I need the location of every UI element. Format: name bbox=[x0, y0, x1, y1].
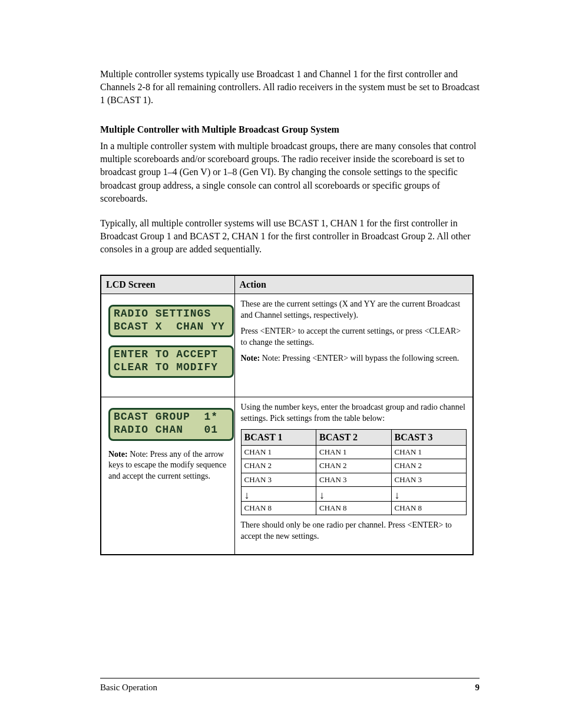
inner-cell: CHAN 1 bbox=[241, 446, 316, 459]
table-header-row: LCD Screen Action bbox=[101, 275, 473, 294]
table-header-lcd: LCD Screen bbox=[101, 275, 234, 294]
action-cell-2: Using the number keys, enter the broadca… bbox=[234, 397, 473, 555]
paragraph-3: Typically, all multiple controller syste… bbox=[100, 217, 480, 256]
inner-row-arrows: ↓ ↓ ↓ bbox=[241, 486, 467, 501]
inner-cell: CHAN 2 bbox=[316, 459, 392, 473]
inner-cell: CHAN 8 bbox=[391, 501, 467, 515]
down-arrow-icon: ↓ bbox=[316, 486, 392, 501]
action-text: These are the current settings (X and YY… bbox=[241, 299, 467, 321]
action-cell-1: These are the current settings (X and YY… bbox=[234, 294, 473, 397]
page: Multiple controller systems typically us… bbox=[0, 0, 562, 728]
action-text: Using the number keys, enter the broadca… bbox=[241, 402, 467, 424]
bcast-chan-example-table: BCAST 1 BCAST 2 BCAST 3 CHAN 1 CHAN 1 CH… bbox=[241, 429, 467, 515]
inner-header-row: BCAST 1 BCAST 2 BCAST 3 bbox=[241, 430, 467, 446]
footer-rule bbox=[100, 678, 480, 678]
paragraph-2: In a multiple controller system with mul… bbox=[100, 140, 480, 205]
table-header-action: Action bbox=[234, 275, 473, 294]
lcd-display-radio-settings: RADIO SETTINGS BCAST X CHAN YY bbox=[108, 305, 234, 337]
lcd-cell-2: BCAST GROUP 1* RADIO CHAN 01 Note: Note:… bbox=[101, 397, 234, 555]
inner-cell: CHAN 3 bbox=[316, 473, 392, 486]
lcd-display-bcast-group: BCAST GROUP 1* RADIO CHAN 01 bbox=[108, 408, 234, 440]
action-text: There should only be one radio per chann… bbox=[241, 520, 467, 542]
table-row: BCAST GROUP 1* RADIO CHAN 01 Note: Note:… bbox=[101, 397, 473, 555]
inner-cell: CHAN 2 bbox=[391, 459, 467, 473]
down-arrow-icon: ↓ bbox=[391, 486, 467, 501]
inner-header: BCAST 2 bbox=[316, 430, 392, 446]
footer-page-number: 9 bbox=[475, 683, 480, 693]
lcd-note: Note: Note: Press any of the arrow keys … bbox=[108, 449, 227, 483]
lcd-display-enter-clear: ENTER TO ACCEPT CLEAR TO MODIFY bbox=[108, 345, 234, 378]
inner-cell: CHAN 2 bbox=[241, 459, 316, 473]
lcd-cell-1: RADIO SETTINGS BCAST X CHAN YY ENTER TO … bbox=[101, 294, 234, 397]
action-note: Note: Note: Pressing <ENTER> will bypass… bbox=[241, 353, 467, 364]
down-arrow-icon: ↓ bbox=[241, 486, 316, 501]
inner-cell: CHAN 8 bbox=[316, 501, 392, 515]
inner-header: BCAST 1 bbox=[241, 430, 316, 446]
inner-row: CHAN 8 CHAN 8 CHAN 8 bbox=[241, 501, 467, 515]
inner-cell: CHAN 1 bbox=[391, 446, 467, 459]
inner-header: BCAST 3 bbox=[391, 430, 467, 446]
subheading-multi-broadcast: Multiple Controller with Multiple Broadc… bbox=[100, 123, 480, 136]
inner-row: CHAN 2 CHAN 2 CHAN 2 bbox=[241, 459, 467, 473]
footer-section-title: Basic Operation bbox=[100, 683, 157, 693]
inner-cell: CHAN 1 bbox=[316, 446, 392, 459]
body-text: Multiple controller systems typically us… bbox=[100, 68, 480, 256]
inner-row: CHAN 3 CHAN 3 CHAN 3 bbox=[241, 473, 467, 486]
action-text: Press <ENTER> to accept the current sett… bbox=[241, 326, 467, 348]
lcd-action-table: LCD Screen Action RADIO SETTINGS BCAST X… bbox=[100, 275, 474, 555]
inner-cell: CHAN 3 bbox=[241, 473, 316, 486]
inner-cell: CHAN 3 bbox=[391, 473, 467, 486]
inner-row: CHAN 1 CHAN 1 CHAN 1 bbox=[241, 446, 467, 459]
table-row: RADIO SETTINGS BCAST X CHAN YY ENTER TO … bbox=[101, 294, 473, 397]
paragraph-1: Multiple controller systems typically us… bbox=[100, 68, 480, 107]
inner-cell: CHAN 8 bbox=[241, 501, 316, 515]
